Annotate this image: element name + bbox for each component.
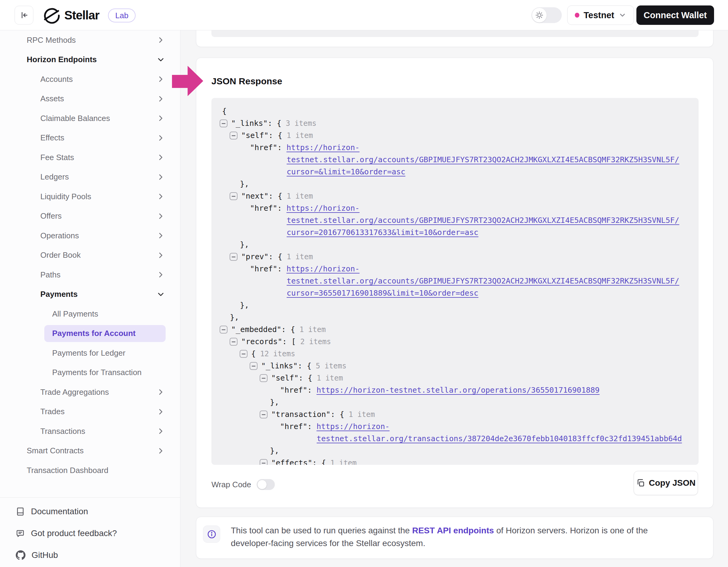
sidebar-item-offers[interactable]: Offers: [0, 207, 180, 226]
json-line: },: [211, 299, 699, 311]
network-selector[interactable]: Testnet: [567, 5, 634, 25]
sidebar-item-all-payments[interactable]: All Payments: [0, 304, 180, 324]
sidebar-item-trade-aggregations[interactable]: Trade Aggregations: [0, 382, 180, 402]
json-line: "href": https://horizon-: [211, 263, 699, 275]
json-response-title: JSON Response: [211, 76, 282, 86]
sidebar-item-label: RPC Methods: [27, 35, 76, 45]
theme-toggle[interactable]: [531, 7, 562, 23]
sidebar-footer-item-github[interactable]: GitHub: [0, 544, 180, 566]
sidebar-item-label: Effects: [40, 133, 64, 143]
json-link[interactable]: testnet.stellar.org/accounts/GBPIMUEJFYS…: [287, 216, 679, 225]
json-token: "href":: [250, 265, 286, 273]
json-token: "_links": {: [231, 119, 281, 128]
sidebar-item-payments[interactable]: Payments: [0, 285, 180, 304]
wrap-code-toggle[interactable]: [257, 479, 275, 490]
json-line: "href": https://horizon-: [211, 202, 699, 214]
sidebar-nav: RPC MethodsHorizon EndpointsAccountsAsse…: [0, 30, 180, 480]
collapse-toggle-icon[interactable]: [250, 362, 258, 370]
copy-json-label: Copy JSON: [649, 478, 696, 488]
sidebar-item-payments-for-transaction[interactable]: Payments for Transaction: [0, 363, 180, 383]
sidebar-collapse-button[interactable]: [15, 6, 33, 25]
json-link[interactable]: https://horizon-testnet.stellar.org/oper…: [316, 386, 599, 394]
json-line: {: [211, 105, 699, 117]
json-token: "next": {: [241, 192, 282, 201]
sidebar-item-ledgers[interactable]: Ledgers: [0, 167, 180, 187]
info-note-card: This tool can be used to run queries aga…: [196, 517, 713, 559]
connect-wallet-button[interactable]: Connect Wallet: [636, 5, 714, 25]
json-line: { 12 items: [211, 348, 699, 360]
collapse-toggle-icon[interactable]: [220, 120, 227, 127]
sidebar-item-fee-stats[interactable]: Fee Stats: [0, 148, 180, 167]
json-token: },: [270, 398, 279, 407]
sidebar-item-effects[interactable]: Effects: [0, 128, 180, 148]
json-item-count: 1 item: [282, 192, 313, 201]
collapse-toggle-icon[interactable]: [230, 253, 238, 261]
sidebar-footer-item-documentation[interactable]: Documentation: [0, 501, 180, 522]
collapse-toggle-icon[interactable]: [220, 326, 227, 333]
json-line: "self": { 1 item: [211, 372, 699, 384]
json-link[interactable]: https://horizon-: [316, 422, 389, 431]
json-token: },: [240, 240, 249, 249]
json-link[interactable]: testnet.stellar.org/accounts/GBPIMUEJFYS…: [287, 155, 679, 164]
json-token: },: [240, 301, 249, 309]
sidebar-item-order-book[interactable]: Order Book: [0, 246, 180, 265]
chevron-right-icon: [157, 76, 164, 83]
sidebar-item-operations[interactable]: Operations: [0, 226, 180, 246]
json-line: "next": { 1 item: [211, 190, 699, 202]
json-line: testnet.stellar.org/accounts/GBPIMUEJFYS…: [211, 275, 699, 287]
sidebar-item-transactions[interactable]: Transactions: [0, 421, 180, 441]
sidebar-item-paths[interactable]: Paths: [0, 265, 180, 285]
collapse-toggle-icon[interactable]: [260, 410, 268, 418]
json-token: "effects": {: [271, 458, 326, 465]
brand[interactable]: Stellar: [43, 7, 99, 24]
chevron-right-icon: [157, 232, 164, 239]
app-header: Stellar Lab Testnet Connect Wallet: [0, 0, 728, 30]
sidebar-item-trades[interactable]: Trades: [0, 402, 180, 422]
sidebar-item-assets[interactable]: Assets: [0, 89, 180, 109]
copy-json-button[interactable]: Copy JSON: [634, 471, 698, 495]
json-link[interactable]: cursor=2016770613317633&limit=10&order=a…: [287, 228, 478, 237]
sidebar-item-payments-for-ledger[interactable]: Payments for Ledger: [0, 343, 180, 363]
json-link[interactable]: https://horizon-: [286, 204, 359, 213]
json-token: "prev": {: [241, 252, 282, 261]
sidebar-item-liquidity-pools[interactable]: Liquidity Pools: [0, 187, 180, 207]
json-link[interactable]: testnet.stellar.org/accounts/GBPIMUEJFYS…: [287, 277, 679, 285]
sidebar-item-label: Transaction Dashboard: [27, 466, 108, 475]
json-item-count: 5 items: [312, 362, 347, 370]
book-icon: [16, 507, 25, 516]
sidebar-footer-label: GitHub: [32, 550, 58, 560]
collapse-toggle-icon[interactable]: [230, 338, 238, 346]
rest-api-endpoints-link[interactable]: REST API endpoints: [412, 526, 494, 535]
json-line: "_links": { 3 items: [211, 117, 699, 130]
collapse-toggle-icon[interactable]: [230, 192, 238, 200]
copy-icon: [636, 478, 645, 488]
sidebar-item-label: Operations: [40, 231, 79, 241]
json-link[interactable]: cursor=&limit=10&order=asc: [287, 167, 405, 176]
github-icon: [16, 550, 25, 560]
collapse-toggle-icon[interactable]: [240, 350, 248, 358]
sidebar-item-payments-for-account[interactable]: Payments for Account: [0, 324, 180, 343]
json-line: },: [211, 445, 699, 457]
sidebar-item-label: Fee Stats: [40, 153, 74, 162]
json-link[interactable]: testnet.stellar.org/transactions/387204d…: [317, 434, 682, 443]
sidebar-item-horizon-endpoints[interactable]: Horizon Endpoints: [0, 50, 180, 70]
sidebar-item-smart-contracts[interactable]: Smart Contracts: [0, 441, 180, 461]
sidebar-item-claimable-balances[interactable]: Claimable Balances: [0, 109, 180, 128]
sidebar-item-rpc-methods[interactable]: RPC Methods: [0, 30, 180, 50]
chevron-right-icon: [157, 447, 164, 454]
sidebar-footer-item-got-product-feedback-[interactable]: Got product feedback?: [0, 522, 180, 544]
collapse-toggle-icon[interactable]: [230, 132, 238, 140]
json-link[interactable]: cursor=365501716901889&limit=10&order=de…: [287, 288, 478, 297]
sidebar-item-transaction-dashboard[interactable]: Transaction Dashboard: [0, 461, 180, 480]
chevron-right-icon: [157, 252, 164, 259]
json-link[interactable]: https://horizon-: [286, 265, 359, 273]
json-link[interactable]: https://horizon-: [286, 143, 359, 152]
collapse-toggle-icon[interactable]: [260, 459, 268, 465]
collapse-toggle-icon[interactable]: [260, 374, 268, 382]
json-line: cursor=&limit=10&order=asc: [211, 166, 699, 178]
sidebar-item-accounts[interactable]: Accounts: [0, 69, 180, 89]
sidebar-footer-label: Got product feedback?: [31, 528, 117, 538]
json-viewer[interactable]: {"_links": { 3 items"self": { 1 item"hre…: [211, 98, 699, 465]
sidebar-item-label: Assets: [40, 94, 64, 103]
json-line: "_embedded": { 1 item: [211, 323, 699, 336]
